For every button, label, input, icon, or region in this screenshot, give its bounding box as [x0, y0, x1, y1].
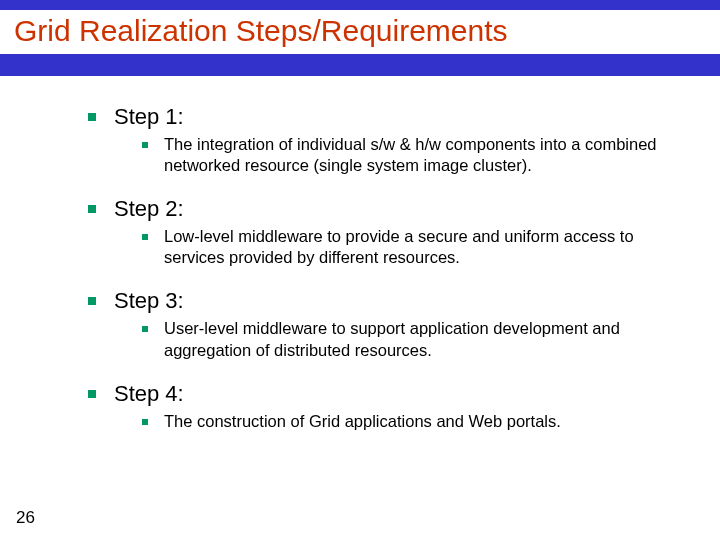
bullet-icon	[142, 419, 148, 425]
step-detail-row: The construction of Grid applications an…	[88, 411, 680, 432]
bullet-icon	[142, 326, 148, 332]
slide-content: Step 1: The integration of individual s/…	[0, 76, 720, 432]
step-detail: User-level middleware to support applica…	[164, 318, 680, 360]
bullet-icon	[142, 142, 148, 148]
step-label: Step 4:	[114, 381, 184, 407]
step-label: Step 3:	[114, 288, 184, 314]
step-label: Step 1:	[114, 104, 184, 130]
step-label: Step 2:	[114, 196, 184, 222]
step-detail-row: Low-level middleware to provide a secure…	[88, 226, 680, 268]
page-number: 26	[16, 508, 35, 528]
step-detail-row: User-level middleware to support applica…	[88, 318, 680, 360]
step-detail: The integration of individual s/w & h/w …	[164, 134, 680, 176]
step-detail-row: The integration of individual s/w & h/w …	[88, 134, 680, 176]
step-detail: The construction of Grid applications an…	[164, 411, 561, 432]
title-band: Grid Realization Steps/Requirements	[0, 0, 720, 76]
bullet-icon	[88, 390, 96, 398]
bullet-icon	[88, 205, 96, 213]
step-detail: Low-level middleware to provide a secure…	[164, 226, 680, 268]
step-row: Step 2:	[88, 196, 680, 222]
bullet-icon	[88, 297, 96, 305]
slide-title: Grid Realization Steps/Requirements	[0, 10, 720, 54]
step-row: Step 4:	[88, 381, 680, 407]
bullet-icon	[142, 234, 148, 240]
step-row: Step 1:	[88, 104, 680, 130]
bullet-icon	[88, 113, 96, 121]
step-row: Step 3:	[88, 288, 680, 314]
